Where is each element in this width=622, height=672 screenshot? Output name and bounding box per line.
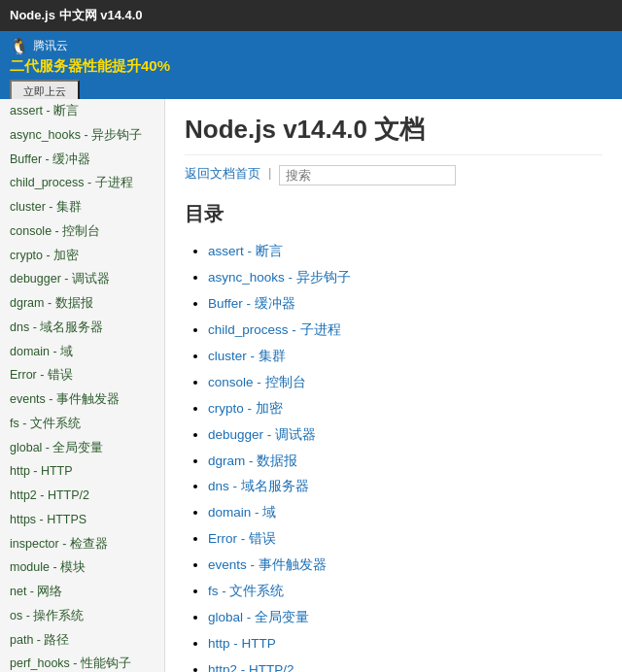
sidebar-link[interactable]: fs - 文件系统 (10, 417, 81, 430)
sidebar-item[interactable]: cluster - 集群 (0, 195, 164, 219)
sidebar-link[interactable]: cluster - 集群 (10, 200, 82, 214)
sidebar-link[interactable]: domain - 域 (10, 345, 73, 358)
sidebar-item[interactable]: async_hooks - 异步钩子 (0, 123, 164, 148)
top-bar-title: Node.js 中文网 v14.4.0 (10, 7, 143, 24)
sidebar-link[interactable]: inspector - 检查器 (10, 537, 108, 551)
toc-item: debugger - 调试器 (208, 422, 603, 449)
toc-link[interactable]: domain - 域 (208, 505, 276, 520)
toc-item: global - 全局变量 (208, 605, 603, 631)
sidebar-item[interactable]: inspector - 检查器 (0, 532, 164, 556)
sidebar-item[interactable]: assert - 断言 (0, 99, 164, 123)
sidebar-item[interactable]: dgram - 数据报 (0, 291, 164, 316)
sidebar-item[interactable]: fs - 文件系统 (0, 412, 164, 436)
toc-link[interactable]: crypto - 加密 (208, 401, 283, 416)
toc-item: Error - 错误 (208, 526, 603, 553)
sidebar-item[interactable]: path - 路径 (0, 628, 164, 653)
sidebar-link[interactable]: path - 路径 (10, 633, 69, 647)
sidebar-item[interactable]: http2 - HTTP/2 (0, 484, 164, 508)
sidebar-link[interactable]: console - 控制台 (10, 224, 100, 238)
nav-links: 返回文档首页 | (185, 165, 603, 185)
sidebar-link[interactable]: net - 网络 (10, 585, 63, 598)
toc-item: http2 - HTTP/2 (208, 657, 603, 672)
search-input[interactable] (279, 165, 456, 185)
sidebar-link[interactable]: module - 模块 (10, 560, 86, 574)
nav-sep: | (268, 165, 271, 185)
sidebar-list: assert - 断言async_hooks - 异步钩子Buffer - 缓冲… (0, 99, 164, 672)
sidebar: assert - 断言async_hooks - 异步钩子Buffer - 缓冲… (0, 99, 165, 672)
ad-platform: 🐧 腾讯云 (10, 37, 68, 55)
main-content: Node.js v14.4.0 文档 返回文档首页 | 目录 assert - … (165, 99, 622, 672)
sidebar-item[interactable]: http - HTTP (0, 459, 164, 484)
sidebar-item[interactable]: https - HTTPS (0, 508, 164, 532)
toc-item: events - 事件触发器 (208, 553, 603, 579)
sidebar-link[interactable]: events - 事件触发器 (10, 392, 120, 406)
sidebar-link[interactable]: Buffer - 缓冲器 (10, 152, 90, 166)
ad-platform-name: 腾讯云 (33, 38, 68, 54)
sidebar-item[interactable]: crypto - 加密 (0, 244, 164, 268)
sidebar-item[interactable]: os - 操作系统 (0, 604, 164, 628)
sidebar-item[interactable]: module - 模块 (0, 555, 164, 580)
toc-item: domain - 域 (208, 500, 603, 526)
toc-link[interactable]: events - 事件触发器 (208, 557, 327, 572)
toc-link[interactable]: console - 控制台 (208, 375, 306, 389)
sidebar-link[interactable]: http - HTTP (10, 464, 73, 478)
toc-item: dns - 域名服务器 (208, 474, 603, 500)
sidebar-link[interactable]: http2 - HTTP/2 (10, 488, 89, 502)
toc-link[interactable]: global - 全局变量 (208, 610, 309, 624)
ad-banner: 🐧 腾讯云 二代服务器性能提升40% 立即上云 (0, 31, 622, 99)
ad-title: 二代服务器性能提升40% (10, 57, 170, 76)
toc-link[interactable]: async_hooks - 异步钩子 (208, 270, 351, 285)
toc-link[interactable]: dgram - 数据报 (208, 454, 297, 468)
sidebar-link[interactable]: child_process - 子进程 (10, 176, 133, 189)
sidebar-link[interactable]: perf_hooks - 性能钩子 (10, 656, 131, 670)
sidebar-item[interactable]: debugger - 调试器 (0, 267, 164, 291)
sidebar-item[interactable]: global - 全局变量 (0, 436, 164, 460)
sidebar-link[interactable]: dns - 域名服务器 (10, 320, 103, 334)
sidebar-item[interactable]: child_process - 子进程 (0, 171, 164, 195)
page-title: Node.js v14.4.0 文档 (185, 113, 603, 155)
toc-item: dgram - 数据报 (208, 449, 603, 475)
sidebar-link[interactable]: Error - 错误 (10, 368, 73, 382)
toc-link[interactable]: Buffer - 缓冲器 (208, 296, 295, 311)
toc-link[interactable]: http - HTTP (208, 636, 276, 651)
top-bar: Node.js 中文网 v14.4.0 (0, 0, 622, 31)
toc-item: async_hooks - 异步钩子 (208, 265, 603, 291)
toc-heading: 目录 (185, 201, 603, 227)
sidebar-link[interactable]: global - 全局变量 (10, 441, 103, 454)
sidebar-link[interactable]: assert - 断言 (10, 104, 79, 118)
toc-list: assert - 断言async_hooks - 异步钩子Buffer - 缓冲… (185, 239, 603, 672)
tencent-icon: 🐧 (10, 37, 29, 55)
sidebar-item[interactable]: net - 网络 (0, 580, 164, 604)
toc-item: cluster - 集群 (208, 344, 603, 370)
home-link[interactable]: 返回文档首页 (185, 165, 260, 185)
toc-item: assert - 断言 (208, 239, 603, 265)
toc-link[interactable]: fs - 文件系统 (208, 584, 285, 598)
sidebar-item[interactable]: perf_hooks - 性能钩子 (0, 652, 164, 672)
ad-button[interactable]: 立即上云 (10, 80, 80, 99)
toc-item: fs - 文件系统 (208, 579, 603, 605)
toc-item: console - 控制台 (208, 370, 603, 396)
toc-link[interactable]: child_process - 子进程 (208, 322, 341, 337)
sidebar-item[interactable]: events - 事件触发器 (0, 387, 164, 412)
toc-link[interactable]: dns - 域名服务器 (208, 479, 309, 493)
toc-item: http - HTTP (208, 631, 603, 657)
toc-link[interactable]: debugger - 调试器 (208, 427, 316, 442)
toc-item: child_process - 子进程 (208, 318, 603, 344)
sidebar-link[interactable]: async_hooks - 异步钩子 (10, 128, 142, 142)
toc-link[interactable]: http2 - HTTP/2 (208, 662, 294, 672)
toc-item: crypto - 加密 (208, 396, 603, 422)
toc-link[interactable]: Error - 错误 (208, 531, 276, 546)
sidebar-link[interactable]: debugger - 调试器 (10, 272, 110, 286)
toc-link[interactable]: assert - 断言 (208, 244, 283, 258)
sidebar-item[interactable]: domain - 域 (0, 340, 164, 364)
sidebar-link[interactable]: https - HTTPS (10, 513, 86, 526)
sidebar-item[interactable]: console - 控制台 (0, 219, 164, 244)
toc-link[interactable]: cluster - 集群 (208, 349, 286, 363)
sidebar-link[interactable]: dgram - 数据报 (10, 296, 93, 310)
sidebar-item[interactable]: dns - 域名服务器 (0, 316, 164, 340)
sidebar-item[interactable]: Buffer - 缓冲器 (0, 148, 164, 172)
sidebar-item[interactable]: Error - 错误 (0, 363, 164, 387)
toc-item: Buffer - 缓冲器 (208, 291, 603, 318)
sidebar-link[interactable]: crypto - 加密 (10, 249, 79, 262)
sidebar-link[interactable]: os - 操作系统 (10, 609, 84, 622)
